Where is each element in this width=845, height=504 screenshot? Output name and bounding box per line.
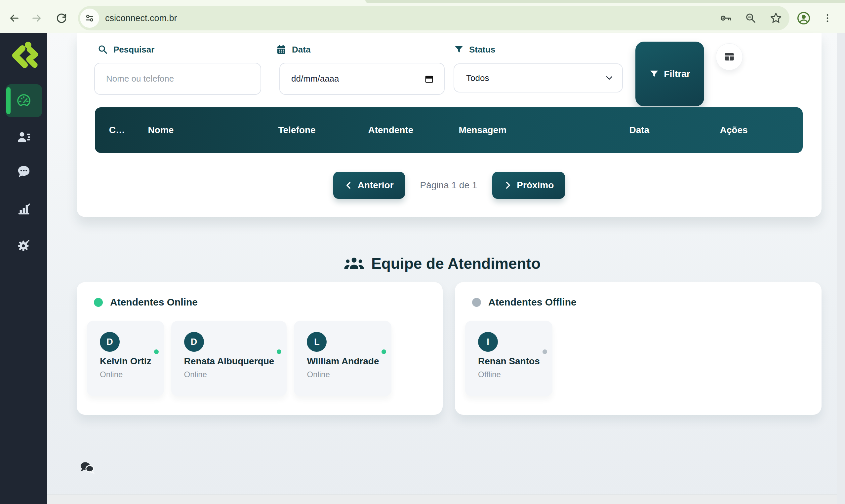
agent-status-dot: [381, 349, 386, 354]
chrome-right-controls: [796, 11, 835, 26]
column-header[interactable]: Atendente: [368, 107, 413, 153]
agent-status-dot: [277, 349, 281, 354]
agent-status-dot: [542, 349, 547, 354]
chevron-right-icon: [503, 181, 512, 190]
browser-chrome: csiconnect.com.br: [0, 0, 845, 33]
search-input[interactable]: [94, 63, 261, 95]
avatar: I: [478, 332, 498, 352]
footer-chat-icon[interactable]: [79, 461, 94, 474]
filter-button[interactable]: Filtrar: [635, 42, 704, 106]
status-select[interactable]: Todos: [453, 64, 623, 92]
agent-card[interactable]: I Renan Santos Offline: [465, 321, 552, 396]
speedometer-icon: [16, 93, 31, 108]
chat-bubble-icon: [17, 164, 31, 178]
column-header[interactable]: Mensagem: [459, 107, 506, 153]
browser-menu-button[interactable]: [820, 11, 835, 26]
avatar: D: [100, 332, 120, 352]
conversations-panel: Pesquisar Data dd/mm/aaaa: [77, 33, 822, 217]
offline-agents-card: Atendentes Offline I Renan Santos Offlin…: [455, 282, 822, 415]
column-header[interactable]: C…: [109, 107, 125, 153]
active-indicator: [6, 87, 11, 114]
agent-status: Offline: [478, 370, 540, 379]
sidebar: [0, 33, 47, 504]
column-header[interactable]: Ações: [720, 107, 748, 153]
forward-arrow-icon: [31, 12, 43, 24]
search-icon: [98, 44, 108, 55]
browser-toolbar: csiconnect.com.br: [0, 3, 845, 33]
star-icon: [770, 12, 782, 24]
team-section-title: Equipe de Atendimento: [47, 252, 837, 275]
browser-reload-button[interactable]: [52, 9, 71, 28]
avatar: D: [184, 332, 204, 352]
filter-funnel-icon: [649, 69, 659, 79]
password-key-button[interactable]: [718, 11, 733, 26]
key-icon: [719, 12, 732, 24]
team-people-icon: [344, 256, 365, 271]
filter-funnel-icon: [454, 44, 464, 54]
agent-name: Renata Albuquerque: [184, 356, 274, 366]
agent-card[interactable]: D Renata Albuquerque Online: [171, 321, 287, 396]
sidebar-item-contacts[interactable]: [6, 122, 42, 152]
scrollbar[interactable]: [837, 33, 845, 504]
avatar: L: [307, 332, 327, 352]
url-text[interactable]: csiconnect.com.br: [105, 13, 718, 23]
site-settings-icon[interactable]: [80, 8, 99, 28]
csi-connect-logo-icon: [8, 40, 39, 71]
gear-icon: [17, 238, 31, 253]
sidebar-item-chats[interactable]: [6, 156, 42, 186]
column-header[interactable]: Telefone: [278, 107, 316, 153]
offline-status-dot: [472, 298, 481, 307]
agent-name: William Andrade: [307, 356, 379, 366]
search-label: Pesquisar: [98, 43, 154, 55]
browser-back-button[interactable]: [5, 9, 23, 28]
agent-name: Renan Santos: [478, 356, 540, 366]
agent-name: Kelvin Ortiz: [100, 356, 151, 366]
agent-card[interactable]: L William Andrade Online: [294, 321, 392, 396]
bookmark-button[interactable]: [768, 11, 783, 26]
reload-icon: [55, 12, 68, 24]
tab-strip-background: [365, 0, 845, 3]
previous-page-button[interactable]: Anterior: [333, 172, 405, 199]
online-card-title: Atendentes Online: [94, 296, 198, 308]
sidebar-divider: [0, 75, 47, 75]
footer-band: [47, 494, 837, 504]
agent-card[interactable]: D Kelvin Ortiz Online: [87, 321, 164, 396]
browser-forward-button[interactable]: [28, 9, 46, 28]
contacts-icon: [17, 130, 31, 144]
next-page-button[interactable]: Próximo: [492, 172, 565, 199]
column-header[interactable]: Nome: [148, 107, 174, 153]
bar-chart-icon: [17, 202, 31, 216]
address-bar[interactable]: csiconnect.com.br: [78, 6, 790, 30]
sidebar-item-reports[interactable]: [6, 194, 42, 224]
column-header[interactable]: Data: [629, 107, 649, 153]
table-grid-icon: [723, 50, 736, 64]
pagination: Anterior Página 1 de 1 Próximo: [77, 172, 822, 199]
online-agents-card: Atendentes Online D Kelvin Ortiz Online …: [77, 282, 443, 415]
sidebar-item-settings[interactable]: [6, 230, 42, 261]
chevron-left-icon: [344, 181, 353, 190]
zoom-out-button[interactable]: [743, 11, 758, 26]
profile-button[interactable]: [796, 11, 811, 26]
online-status-dot: [94, 298, 103, 307]
back-arrow-icon: [8, 12, 20, 24]
zoom-out-icon: [745, 12, 757, 24]
table-view-toggle-button[interactable]: [716, 43, 743, 70]
calendar-icon: [276, 44, 287, 55]
chevron-down-icon: [605, 74, 614, 82]
table-header: C… Nome Telefone Atendente Mensagem Data…: [95, 107, 803, 153]
page-content: Pesquisar Data dd/mm/aaaa: [47, 33, 845, 504]
menu-dots-icon: [822, 13, 833, 24]
online-members: D Kelvin Ortiz Online D Renata Albuquerq…: [87, 321, 392, 396]
tab-strip: [0, 0, 845, 3]
calendar-picker-icon[interactable]: [424, 74, 434, 84]
offline-card-title: Atendentes Offline: [472, 296, 576, 308]
app-logo[interactable]: [8, 40, 39, 71]
agent-status-dot: [154, 349, 159, 354]
offline-members: I Renan Santos Offline: [465, 321, 552, 396]
status-label: Status: [454, 43, 495, 55]
agent-status: Online: [184, 370, 274, 379]
agent-status: Online: [307, 370, 379, 379]
sidebar-item-dashboard[interactable]: [6, 84, 42, 117]
date-input[interactable]: dd/mm/aaaa: [279, 63, 445, 95]
page-indicator: Página 1 de 1: [420, 180, 477, 191]
